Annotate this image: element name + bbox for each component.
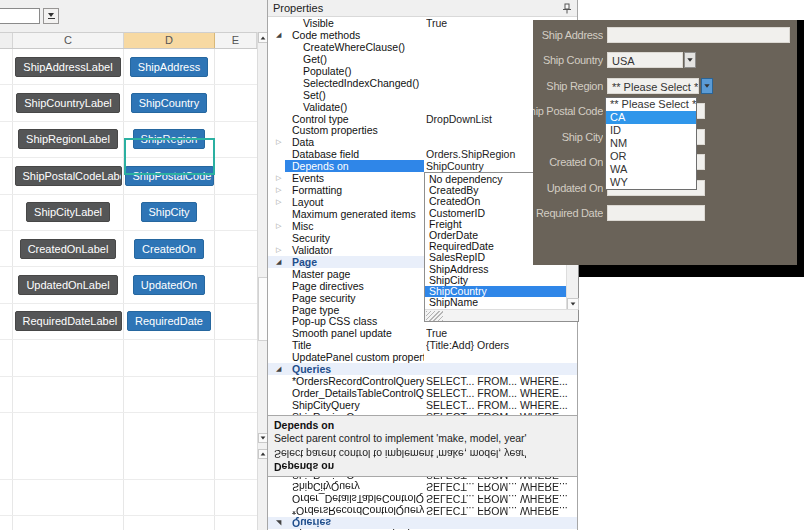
cell-column-c: ShipCityLabel [13,195,124,230]
arrow-down-icon [571,302,576,305]
property-name: Page [285,256,424,268]
expander-icon[interactable]: ▷ [276,174,281,182]
label-control-button[interactable]: ShipRegionLabel [18,129,118,149]
expander-icon[interactable]: ▷ [276,138,281,146]
dropdown-item[interactable]: ShipAddress [425,264,566,275]
property-row[interactable]: SelectedIndexChanged() [268,77,577,89]
property-row[interactable]: ◢ Code methods [268,29,577,41]
property-name: Order_DetailsTableControlQuery [285,387,424,399]
cell-column-c: ShipPostalCodeLabel [13,158,124,193]
field-control-button[interactable]: CreatedOn [134,239,204,259]
property-name: Page directives [285,280,424,292]
row-header-stub [0,377,13,412]
region-option[interactable]: OR [606,150,696,163]
expander-icon[interactable]: ◢ [276,31,281,39]
property-row[interactable]: Database field Orders.ShipRegion [268,148,577,160]
field-control-button[interactable]: ShipPostalCode [125,166,214,186]
field-label: Required Date [533,207,603,219]
scene: C D E ShipAddressLabel ShipAddress ShipC… [0,446,804,530]
text-input[interactable] [607,27,790,43]
row-header-stub [0,340,13,375]
cell-column-c [13,340,124,375]
field-control-button[interactable]: ShipRegion [133,129,206,149]
ship-region-open-list: ** Please Select **CAIDNMORWAWY [605,97,697,190]
label-control-button[interactable]: UpdatedOnLabel [18,275,117,295]
combo-arrow-button[interactable] [684,52,696,68]
expander-icon[interactable]: ▷ [276,198,281,206]
cell-reference-combo-button[interactable] [43,8,59,24]
property-row[interactable]: Order_DetailsTableControlQuery SELECT...… [268,387,577,399]
cell-reference-combo-input[interactable] [0,8,40,24]
property-row[interactable]: Populate() [268,65,577,77]
property-row[interactable]: Depends on ShipCountry [268,160,577,172]
property-row[interactable]: ▷ Data [268,136,577,148]
property-row[interactable]: *OrdersRecordControlQuery SELECT... FROM… [268,375,577,387]
region-option[interactable]: ** Please Select ** [606,98,696,111]
expander-icon[interactable]: ▷ [276,222,281,230]
property-row[interactable]: ShipCityQuery SELECT... FROM... WHERE... [268,399,577,411]
field-control-button[interactable]: ShipCountry [131,93,208,113]
property-value: SELECT... FROM... WHERE... [426,387,574,399]
property-name: Events [285,172,424,184]
property-row[interactable]: UpdatePanel custom properties [268,351,577,363]
field-control-button[interactable]: ShipAddress [130,57,208,77]
property-name: Data [285,136,424,148]
property-row[interactable]: Visible True [268,17,577,29]
property-name: Page security [285,292,424,304]
expander-icon[interactable]: ▷ [276,246,281,254]
combo-field[interactable]: USA [607,52,683,68]
label-control-button[interactable]: ShipCountryLabel [16,93,119,113]
property-description-pane: Depends on Select parent control to impl… [268,415,577,446]
property-row[interactable]: ◢ Queries [268,363,577,375]
property-row[interactable]: Validate() [268,101,577,113]
row-header-stub [0,304,13,339]
region-option[interactable]: CA [606,111,696,124]
column-header-c[interactable]: C [13,33,124,48]
property-name: Pop-up CSS class [285,315,424,327]
scene: C D E ShipAddressLabel ShipAddress ShipC… [0,0,804,446]
field-control: USA [607,52,696,68]
label-control-button[interactable]: RequiredDateLabel [15,311,122,331]
sheet-vertical-scrollbar[interactable] [257,32,267,446]
cell-column-e [215,304,257,339]
property-row[interactable]: Get() [268,53,577,65]
property-name: Validate() [285,101,424,113]
property-name: Validator [285,244,424,256]
label-control-button[interactable]: ShipAddressLabel [15,57,120,77]
property-row[interactable]: Control type DropDownList [268,113,577,125]
label-control-button[interactable]: ShipCityLabel [26,202,110,222]
pin-icon[interactable] [562,3,571,16]
property-row[interactable]: CreateWhereClause() [268,41,577,53]
region-option[interactable]: ID [606,124,696,137]
row-header-stub [0,195,13,230]
property-row[interactable]: Custom properties [268,124,577,136]
property-name: Code methods [285,29,424,41]
expander-icon[interactable]: ◢ [276,258,281,266]
toolbar-strip [0,0,267,32]
column-header-d-selected[interactable]: D [124,33,215,48]
property-row[interactable]: Title {Title:Add} Orders [268,339,577,351]
cell-column-c [13,377,124,412]
field-control-button[interactable]: UpdatedOn [133,275,205,295]
cell-column-d: ShipRegion [124,122,215,157]
property-row[interactable]: Set() [268,89,577,101]
property-row[interactable]: Smooth panel update True [268,327,577,339]
combo-arrow-button[interactable] [701,78,713,94]
expander-icon[interactable]: ▷ [276,186,281,194]
field-control-button[interactable]: ShipCity [141,202,198,222]
cell-column-d [124,340,215,375]
expander-icon[interactable]: ◢ [276,365,281,373]
properties-title-bar: Properties [268,0,577,17]
label-control-button[interactable]: CreatedOnLabel [20,239,117,259]
field-control-button[interactable]: RequiredDate [127,311,211,331]
text-input[interactable] [607,205,705,221]
label-control-button[interactable]: ShipPostalCodeLabel [15,166,122,186]
region-option[interactable]: WY [606,176,696,189]
ship-region-combo-field[interactable]: ** Please Select ** [607,78,699,94]
dropdown-resize-grip[interactable] [425,309,578,321]
region-option[interactable]: NM [606,137,696,150]
region-option[interactable]: WA [606,163,696,176]
sheet-row: UpdatedOnLabel UpdatedOn [0,267,257,303]
sheet-body: ShipAddressLabel ShipAddress ShipCountry… [0,49,257,446]
column-header-e[interactable]: E [215,33,257,48]
